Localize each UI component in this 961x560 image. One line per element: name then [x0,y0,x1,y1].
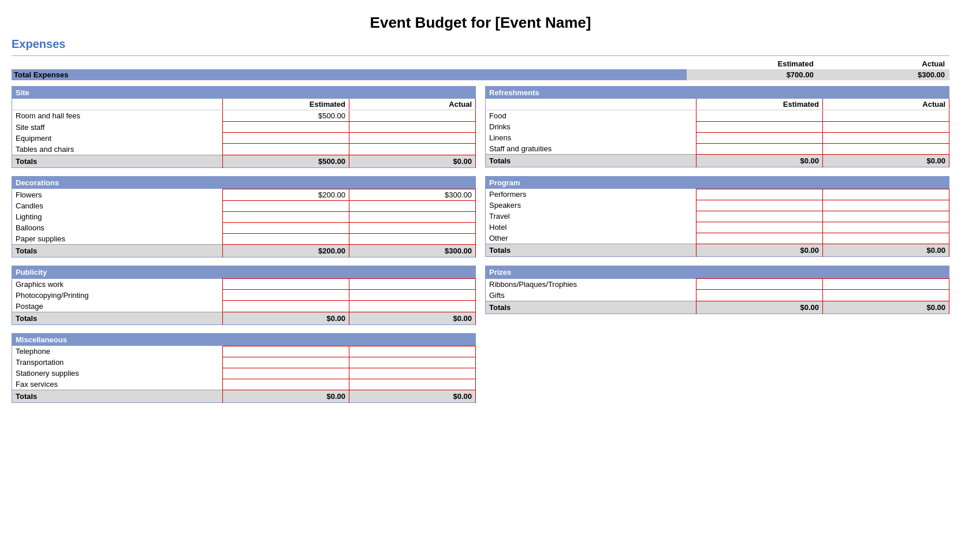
site-row-0-estimated[interactable]: $500.00 [223,110,349,122]
misc-row-3-label: Fax services [12,379,223,390]
table-row: Candles [12,200,476,211]
table-row: Lighting [12,211,476,222]
prog-row-0-actual[interactable] [822,189,949,200]
prog-row-1-actual[interactable] [822,200,949,211]
pub-row-2-estimated[interactable] [223,301,349,312]
row-1: Site Estimated Actual Room and hall fees… [12,86,949,168]
table-row: Speakers [486,200,949,211]
summary-estimated-header: Estimated [687,58,818,69]
publicity-table-container: Publicity Graphics work Photocopying/Pri… [12,266,476,325]
misc-category-header: Miscellaneous [12,333,476,346]
dec-row-0-estimated[interactable]: $200.00 [223,189,349,200]
program-category-header: Program [486,176,949,189]
dec-row-2-actual[interactable] [349,211,475,222]
pub-row-2-actual[interactable] [349,301,475,312]
pri-row-1-estimated[interactable] [696,290,823,301]
misc-row-3-actual[interactable] [349,379,475,390]
ref-totals-estimated: $0.00 [696,155,823,167]
site-row-3-actual[interactable] [349,144,475,155]
prog-totals-estimated: $0.00 [696,244,823,257]
dec-row-4-actual[interactable] [349,233,475,245]
dec-row-4-estimated[interactable] [223,233,349,245]
prog-row-0-estimated[interactable] [696,189,823,200]
site-row-3-estimated[interactable] [223,144,349,155]
dec-row-1-estimated[interactable] [223,200,349,211]
ref-row-3-estimated[interactable] [696,143,823,155]
ref-row-1-estimated[interactable] [696,121,823,132]
refreshments-estimated-header: Estimated [696,99,823,110]
prog-row-4-label: Other [486,233,696,244]
ref-row-2-actual[interactable] [822,132,949,143]
pub-row-1-label: Photocopying/Printing [12,290,223,301]
pub-row-1-actual[interactable] [349,290,475,301]
program-totals-row: Totals $0.00 $0.00 [486,244,949,257]
site-totals-label: Totals [12,155,223,167]
table-row: Telephone [12,346,476,357]
prog-row-3-actual[interactable] [822,222,949,233]
site-row-1-estimated[interactable] [223,122,349,133]
site-row-0-actual[interactable] [349,110,475,122]
program-category-label: Program [486,176,949,189]
ref-row-1-actual[interactable] [822,121,949,132]
ref-row-0-label: Food [486,110,696,122]
dec-totals-estimated: $200.00 [223,245,349,257]
prog-row-4-estimated[interactable] [696,233,823,244]
pri-row-0-estimated[interactable] [696,279,823,290]
site-row-1-actual[interactable] [349,122,475,133]
misc-row-3-estimated[interactable] [223,379,349,390]
dec-row-3-actual[interactable] [349,222,475,233]
summary-data-row: Total Expenses $700.00 $300.00 [12,69,949,80]
site-totals-actual: $0.00 [349,155,475,167]
misc-row-1-estimated[interactable] [223,357,349,368]
site-row-2-estimated[interactable] [223,133,349,144]
row-2: Decorations Flowers $200.00 $300.00 Cand… [12,176,949,258]
ref-row-1-label: Drinks [486,121,696,132]
prog-row-4-actual[interactable] [822,233,949,244]
misc-row-1-actual[interactable] [349,357,475,368]
pri-row-0-actual[interactable] [822,279,949,290]
ref-totals-label: Totals [486,155,696,167]
ref-row-0-estimated[interactable] [696,110,823,122]
misc-row-2-estimated[interactable] [223,368,349,379]
prog-row-2-label: Travel [486,211,696,222]
program-table-container: Program Performers Speakers Travel [485,176,949,257]
misc-row-2-label: Stationery supplies [12,368,223,379]
misc-totals-actual: $0.00 [349,390,475,403]
decorations-category-label: Decorations [12,176,476,189]
refreshments-category-header: Refreshments [486,87,949,99]
ref-row-0-actual[interactable] [822,110,949,122]
dec-row-0-label: Flowers [12,189,223,200]
misc-row-0-actual[interactable] [349,346,475,357]
prog-row-3-estimated[interactable] [696,222,823,233]
expenses-heading: Expenses [12,36,949,53]
site-col-header: Estimated Actual [12,99,476,110]
dec-row-3-estimated[interactable] [223,222,349,233]
prog-row-2-estimated[interactable] [696,211,823,222]
site-estimated-header: Estimated [223,99,349,110]
ref-row-2-estimated[interactable] [696,132,823,143]
misc-totals-label: Totals [12,390,223,403]
pub-row-1-estimated[interactable] [223,290,349,301]
dec-row-1-actual[interactable] [349,200,475,211]
pub-row-0-actual[interactable] [349,279,475,290]
dec-row-2-estimated[interactable] [223,211,349,222]
misc-row-2-actual[interactable] [349,368,475,379]
prog-row-2-actual[interactable] [822,211,949,222]
dec-row-0-actual[interactable]: $300.00 [349,189,475,200]
refreshments-table-container: Refreshments Estimated Actual Food Drink… [485,86,949,167]
table-row: Gifts [486,290,949,301]
pri-row-1-actual[interactable] [822,290,949,301]
table-row: Staff and gratuities [486,143,949,155]
ref-row-3-actual[interactable] [822,143,949,155]
misc-row-0-estimated[interactable] [223,346,349,357]
dec-totals-actual: $300.00 [349,245,475,257]
ref-row-2-label: Linens [486,132,696,143]
site-row-2-actual[interactable] [349,133,475,144]
site-row-2-label: Equipment [12,133,223,144]
prog-row-1-estimated[interactable] [696,200,823,211]
decorations-totals-row: Totals $200.00 $300.00 [12,245,476,257]
pub-row-0-estimated[interactable] [223,279,349,290]
publicity-totals-row: Totals $0.00 $0.00 [12,312,476,324]
site-row-3-label: Tables and chairs [12,144,223,155]
misc-totals-estimated: $0.00 [223,390,349,403]
